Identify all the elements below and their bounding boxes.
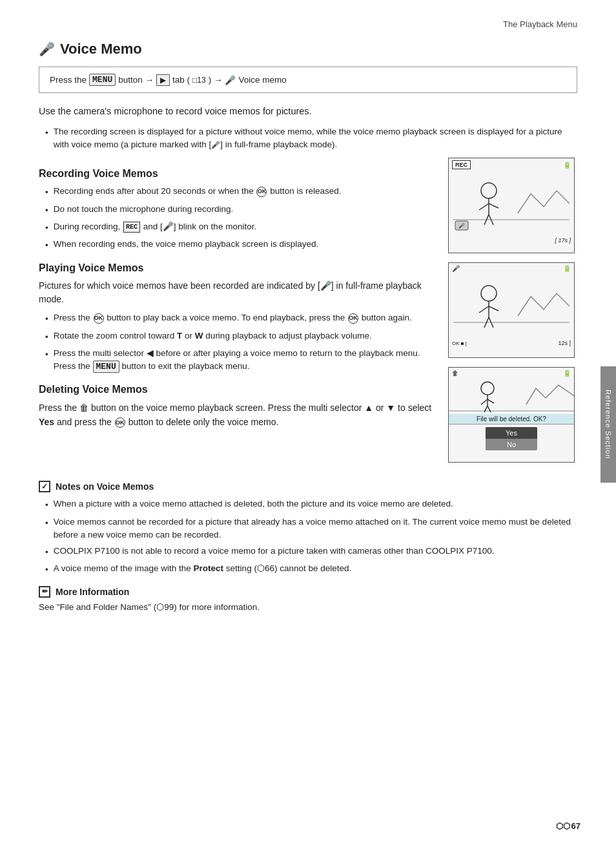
notes-header: ✓ Notes on Voice Memos (39, 481, 577, 492)
recording-heading: Recording Voice Memos (39, 168, 435, 180)
recording-bullet-2: • Do not touch the microphone during rec… (39, 203, 435, 217)
notes-bullet-1: • When a picture with a voice memo attac… (39, 498, 577, 512)
delete-battery: 🔋 (563, 370, 571, 377)
deleting-text1: Press the 🗑 button on the voice memo pla… (39, 401, 435, 430)
menu-prefix: Press the (50, 75, 87, 85)
cam1-top-bar: REC 🔋 (449, 158, 574, 171)
cam2-top-bar: 🎤 🔋 (449, 263, 574, 274)
cam2-mic-icon: 🎤 (452, 265, 460, 272)
menu-end: Voice memo (238, 75, 286, 85)
notes-bullet-4: • A voice memo of the image with the Pro… (39, 562, 577, 576)
delete-message: File will be deleted. OK? (449, 414, 574, 424)
tab-icon: ▶ (156, 74, 170, 86)
notes-bullet-3: • COOLPIX P7100 is not able to record a … (39, 545, 577, 559)
bullet-dot: • (45, 127, 48, 140)
recording-bullet-4: • When recording ends, the voice memo pl… (39, 238, 435, 252)
page-container: The Playback Menu 🎤 Voice Memo Press the… (0, 0, 616, 849)
cam2-bottom: OK ■ [ 12s ] (449, 339, 574, 348)
notes-checkmark-box: ✓ (39, 481, 50, 492)
cam2-time: 12s ] (558, 340, 571, 346)
camera-screen-1: REC 🔋 (448, 158, 575, 253)
cam2-controls: OK ■ [ (452, 341, 467, 346)
notes-heading: Notes on Voice Memos (56, 481, 154, 492)
notes-bullet-2: • Voice memos cannot be recorded for a p… (39, 516, 577, 542)
more-info-text: See "File and Folder Names" (⬡99) for mo… (39, 602, 577, 612)
menu-keyword: MENU (89, 74, 116, 86)
svg-text:🎤: 🎤 (458, 222, 465, 229)
cam2-body (449, 274, 574, 339)
page-ref: □13 (192, 76, 206, 85)
intro-text: Use the camera's microphone to record vo… (39, 105, 577, 119)
camera-screen-3: 🗑 🔋 File will be (448, 367, 575, 463)
page-num-prefix: ⬡⬡ (556, 821, 570, 831)
cam1-body: 🎤 (449, 171, 574, 236)
delete-body (449, 379, 574, 414)
delete-no: No (486, 439, 537, 450)
delete-icon: 🗑 (452, 370, 458, 377)
more-info-header: ✏ More Information (39, 586, 577, 598)
cam1-time: [ 17s ] (555, 237, 571, 244)
ok-icon: OK (256, 187, 267, 197)
cam1-scene: 🎤 (453, 174, 570, 233)
page-header: The Playback Menu (39, 19, 577, 29)
delete-top: 🗑 🔋 (449, 368, 574, 379)
delete-yes: Yes (486, 427, 537, 439)
playing-bullet-2: • Rotate the zoom control toward T or W … (39, 330, 435, 344)
reference-tab: Reference Section (601, 366, 616, 483)
main-content: Recording Voice Memos • Recording ends a… (39, 158, 577, 463)
text-column: Recording Voice Memos • Recording ends a… (39, 158, 435, 463)
recording-bullets: • Recording ends after about 20 seconds … (39, 185, 435, 252)
ok-icon3: OK (348, 313, 358, 324)
camera-screen-2: 🎤 🔋 OK ■ [ (448, 262, 575, 358)
delete-msg-text: File will be deleted. OK? (477, 415, 546, 423)
intro-bullet-text: The recording screen is displayed for a … (54, 125, 577, 152)
playing-bullets: • Press the OK button to play back a voi… (39, 311, 435, 373)
pencil-icon: ✏ (42, 587, 48, 596)
menu-path-box: Press the MENU button → ▶ tab ( □13 ) → … (39, 67, 577, 93)
svg-point-17 (481, 382, 494, 395)
page-footer: ⬡⬡ 67 (556, 821, 580, 831)
menu-arrow1: button → (118, 75, 154, 85)
svg-line-3 (479, 204, 489, 210)
ok-icon2: OK (94, 313, 104, 324)
mic-icon2: 🎤 (225, 75, 236, 85)
delete-scene (449, 379, 574, 414)
notes-bullets: • When a picture with a voice memo attac… (39, 498, 577, 576)
cam2-scene (453, 277, 570, 335)
ref-tab-label: Reference Section (604, 390, 612, 459)
svg-line-20 (488, 399, 494, 403)
or-text: or (376, 403, 384, 413)
svg-point-10 (481, 286, 497, 301)
page-num: 67 (571, 821, 580, 831)
svg-line-19 (481, 399, 488, 404)
checkmark-icon: ✓ (41, 482, 48, 491)
playing-heading: Playing Voice Memos (39, 262, 435, 274)
intro-bullet: • The recording screen is displayed for … (39, 125, 577, 152)
ok-icon4: OK (115, 417, 125, 428)
playing-intro: Pictures for which voice memos have been… (39, 279, 435, 306)
rec-badge: REC (452, 160, 471, 169)
menu-tab-text: tab ( (172, 75, 190, 85)
header-title: The Playback Menu (503, 19, 577, 29)
deleting-heading: Deleting Voice Memos (39, 384, 435, 395)
playing-bullet-3: • Press the multi selector ◀ before or a… (39, 347, 435, 373)
pencil-box: ✏ (39, 586, 50, 598)
cam1-battery: 🔋 (563, 162, 571, 169)
playing-bullet-1: • Press the OK button to play back a voi… (39, 311, 435, 326)
svg-line-12 (479, 306, 489, 313)
cam2-battery: 🔋 (563, 265, 571, 272)
svg-line-4 (489, 204, 498, 208)
intro-bullet-section: • The recording screen is displayed for … (39, 125, 577, 152)
delete-options: Yes No (486, 427, 537, 450)
svg-line-13 (489, 306, 498, 311)
notes-section: ✓ Notes on Voice Memos • When a picture … (39, 476, 577, 576)
menu-arrow2: ) → (209, 75, 223, 85)
svg-point-1 (481, 183, 497, 198)
title-text: Voice Memo (60, 41, 142, 58)
recording-bullet-1: • Recording ends after about 20 seconds … (39, 185, 435, 199)
recording-bullet-3: • During recording, REC and [🎤] blink on… (39, 220, 435, 235)
page-title: 🎤 Voice Memo (39, 41, 577, 58)
images-column: REC 🔋 (448, 158, 577, 463)
cam1-bottom: [ 17s ] (449, 236, 574, 245)
mic-icon: 🎤 (39, 41, 55, 57)
